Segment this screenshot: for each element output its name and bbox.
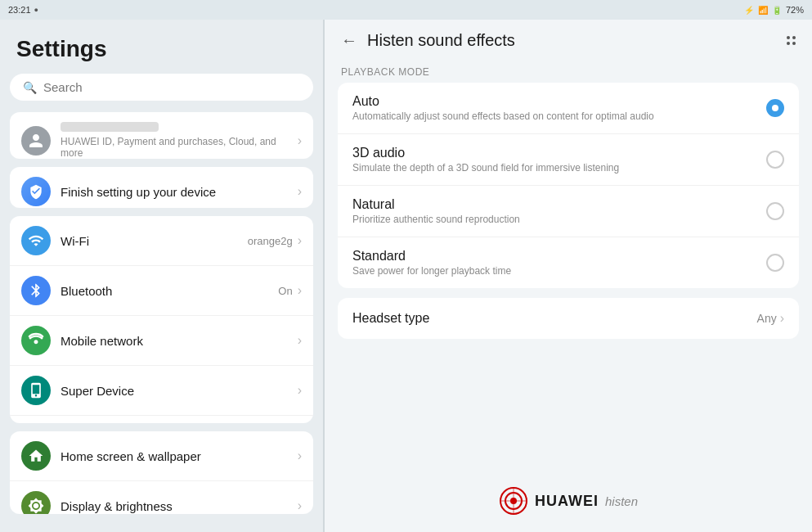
finish-setup-card: Finish setting up your device › [10, 167, 313, 208]
back-button[interactable]: ← [341, 31, 357, 50]
battery-percent: 72% [786, 5, 804, 15]
playback-modes-card: Auto Automatically adjust sound effects … [338, 83, 799, 288]
settings-title: Settings [0, 29, 323, 74]
playback-natural-name: Natural [352, 197, 755, 212]
playback-natural-text: Natural Prioritize authentic sound repro… [352, 197, 755, 225]
histen-logo-icon [499, 486, 528, 516]
status-time: 23:21 [8, 5, 31, 15]
dot4 [792, 42, 796, 45]
display-content: Display & brightness [61, 499, 288, 513]
connectivity-card: Wi-Fi orange2g › Bluetooth On › [10, 216, 313, 423]
finish-setup-content: Finish setting up your device [61, 185, 288, 199]
histen-footer: HUAWEI histen [325, 470, 812, 532]
finish-setup-item[interactable]: Finish setting up your device › [10, 167, 313, 208]
finish-setup-label: Finish setting up your device [61, 185, 288, 199]
super-device-item[interactable]: Super Device › [10, 366, 313, 416]
playback-3d-desc: Simulate the depth of a 3D sound field f… [352, 162, 755, 174]
headset-arrow: › [780, 311, 784, 326]
playback-mode-label: PLAYBACK MODE [325, 58, 812, 83]
super-device-arrow: › [298, 383, 302, 398]
account-icon [21, 126, 51, 156]
playback-standard-name: Standard [352, 249, 755, 264]
playback-auto-text: Auto Automatically adjust sound effects … [352, 94, 755, 122]
display-icon [21, 491, 51, 514]
wifi-icon [21, 226, 51, 255]
footer-brand: HUAWEI [535, 493, 599, 510]
search-bar[interactable]: 🔍 [10, 74, 313, 101]
more-menu-button[interactable] [787, 36, 796, 45]
home-screen-label: Home screen & wallpaper [61, 449, 288, 463]
playback-natural-item[interactable]: Natural Prioritize authentic sound repro… [338, 186, 799, 237]
wifi-item[interactable]: Wi-Fi orange2g › [10, 216, 313, 266]
battery-icon: 🔋 [772, 6, 782, 15]
playback-auto-item[interactable]: Auto Automatically adjust sound effects … [338, 83, 799, 134]
playback-standard-desc: Save power for longer playback time [352, 265, 755, 277]
settings-panel: Settings 🔍 HUAWEI ID, Payment and purcha… [0, 20, 323, 532]
home-screen-item[interactable]: Home screen & wallpaper › [10, 431, 313, 481]
headset-item[interactable]: Headset type Any › [338, 298, 799, 339]
bluetooth-content: Bluetooth [61, 284, 268, 298]
super-device-content: Super Device [61, 384, 288, 398]
mobile-network-icon [21, 326, 51, 355]
search-icon: 🔍 [23, 81, 37, 94]
playback-natural-desc: Prioritize authentic sound reproduction [352, 214, 755, 225]
finish-setup-arrow: › [298, 184, 302, 199]
bluetooth-item[interactable]: Bluetooth On › [10, 266, 313, 316]
dot2 [792, 36, 796, 39]
bluetooth-label: Bluetooth [61, 284, 268, 298]
home-screen-icon [21, 441, 51, 471]
super-device-label: Super Device [61, 384, 288, 398]
home-screen-content: Home screen & wallpaper [61, 449, 288, 463]
signal-icon: 📶 [758, 6, 768, 15]
finish-setup-icon [21, 177, 51, 206]
status-icons: ⚡ 📶 🔋 72% [744, 5, 804, 15]
playback-3d-item[interactable]: 3D audio Simulate the depth of a 3D soun… [338, 134, 799, 186]
account-arrow: › [298, 133, 302, 148]
radio-inner [772, 105, 778, 111]
mobile-network-item[interactable]: Mobile network › [10, 316, 313, 366]
account-sublabel: HUAWEI ID, Payment and purchases, Cloud,… [61, 136, 288, 159]
spacer [325, 349, 812, 470]
playback-auto-radio[interactable] [766, 99, 784, 117]
bluetooth-value: On [278, 285, 292, 297]
mobile-network-arrow: › [298, 333, 302, 348]
histen-panel: ← Histen sound effects PLAYBACK MODE Aut… [325, 20, 812, 532]
playback-3d-radio[interactable] [766, 151, 784, 169]
wifi-right: orange2g › [248, 233, 302, 248]
mobile-network-label: Mobile network [61, 334, 288, 348]
playback-standard-radio[interactable] [766, 254, 784, 272]
playback-auto-name: Auto [352, 94, 755, 109]
search-input[interactable] [43, 80, 300, 94]
account-content: HUAWEI ID, Payment and purchases, Cloud,… [61, 122, 288, 159]
histen-header: ← Histen sound effects [325, 20, 812, 58]
headset-label: Headset type [352, 311, 757, 326]
account-item[interactable]: HUAWEI ID, Payment and purchases, Cloud,… [10, 112, 313, 159]
dot1 [787, 36, 790, 39]
more-connections-item[interactable]: More connections › [10, 416, 313, 423]
playback-3d-name: 3D audio [352, 146, 755, 160]
bluetooth-icon [21, 276, 51, 305]
status-recording: ● [34, 6, 38, 14]
headset-card: Headset type Any › [338, 298, 799, 339]
histen-title: Histen sound effects [367, 31, 515, 50]
playback-standard-item[interactable]: Standard Save power for longer playback … [338, 237, 799, 288]
histen-header-left: ← Histen sound effects [341, 31, 515, 50]
display-item[interactable]: Display & brightness › [10, 481, 313, 514]
status-bar: 23:21 ● ⚡ 📶 🔋 72% [0, 0, 812, 20]
playback-3d-text: 3D audio Simulate the depth of a 3D soun… [352, 146, 755, 174]
headset-value: Any [757, 312, 777, 325]
playback-natural-radio[interactable] [766, 202, 784, 220]
mobile-network-content: Mobile network [61, 334, 288, 348]
display-label: Display & brightness [61, 499, 288, 513]
dot3 [787, 42, 790, 45]
main-container: Settings 🔍 HUAWEI ID, Payment and purcha… [0, 20, 812, 532]
display-arrow: › [298, 498, 302, 513]
super-device-icon [21, 376, 51, 405]
wifi-label: Wi-Fi [61, 234, 238, 248]
home-screen-arrow: › [298, 449, 302, 463]
playback-auto-desc: Automatically adjust sound effects based… [352, 110, 755, 122]
bluetooth-right: On › [278, 283, 302, 298]
account-card: HUAWEI ID, Payment and purchases, Cloud,… [10, 112, 313, 159]
playback-standard-text: Standard Save power for longer playback … [352, 249, 755, 277]
bt-icon: ⚡ [744, 6, 754, 15]
